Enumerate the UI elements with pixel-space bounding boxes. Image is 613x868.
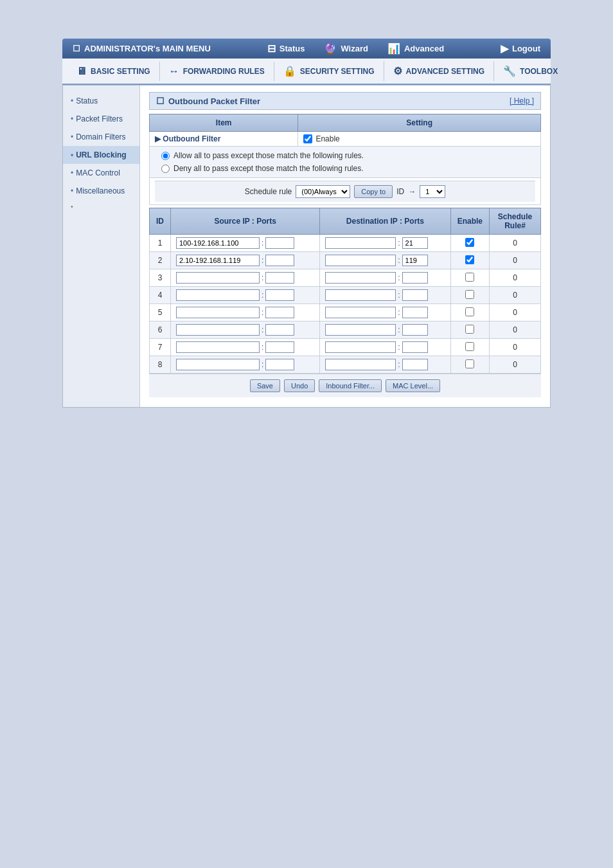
source-port-input[interactable] [265,289,294,301]
row-enable-checkbox[interactable] [465,255,474,264]
help-link[interactable]: [ Help ] [510,96,534,105]
row-enable-checkbox[interactable] [465,325,474,334]
mac-level-button[interactable]: MAC Level... [386,379,440,392]
row-id: 3 [150,269,171,287]
dest-ip-input[interactable] [325,237,396,249]
advanced-setting-icon: ⚙ [393,65,402,77]
wizard-icon: 🔮 [324,42,337,55]
source-ip-input[interactable] [176,324,260,336]
sidebar-item-status[interactable]: Status [63,92,139,110]
row-enable-checkbox[interactable] [465,273,474,282]
dest-ip-ports: : [320,252,450,269]
dest-ip-input[interactable] [325,324,396,336]
inbound-filter-button[interactable]: Inbound Filter... [319,379,382,392]
nav-basic-setting[interactable]: 🖥 BASIC SETTING [67,62,160,81]
dest-ip-input[interactable] [325,255,396,266]
dest-ip-input[interactable] [325,359,396,370]
schedule-rule-cell: 0 [490,321,541,339]
enable-cell [450,287,489,304]
row-enable-checkbox[interactable] [465,238,474,247]
sidebar-item-packet-filters[interactable]: Packet Filters [63,110,139,128]
dest-port-input[interactable] [402,324,428,336]
nav-wizard[interactable]: 🔮 Wizard [324,42,368,55]
schedule-rule-label: Schedule rule [245,187,292,196]
source-ip-ports: : [171,269,320,287]
row-enable-checkbox[interactable] [465,342,474,351]
dest-ip-ports: : [320,339,450,356]
sidebar-item-url-blocking[interactable]: URL Blocking [63,146,139,164]
dest-ip-ports: : [320,356,450,374]
forwarding-rules-icon: ↔ [169,66,179,77]
nav-status[interactable]: ⊟ Status [267,42,305,55]
source-port-input[interactable] [265,324,294,336]
dest-ip-ports: : [320,235,450,252]
dest-ip-input[interactable] [325,341,396,353]
dst-port-sep: : [398,308,400,317]
table-row: 1 : : 0 [150,235,541,252]
copy-to-id-label: ID [396,187,404,196]
nav-toolbox[interactable]: 🔧 TOOLBOX [494,61,567,81]
nav-forwarding-rules[interactable]: ↔ FORWARDING RULES [160,62,274,81]
table-row: 3 : : 0 [150,269,541,287]
source-port-input[interactable] [265,255,294,266]
copy-to-arrow: → [408,187,416,196]
deny-radio[interactable] [161,165,170,173]
undo-button[interactable]: Undo [284,379,315,392]
src-port-sep: : [262,291,263,300]
col-source: Source IP : Ports [171,208,320,235]
copy-to-select[interactable]: 1234 5678 [420,185,445,198]
dest-port-input[interactable] [402,341,428,353]
sidebar-item-domain-filters[interactable]: Domain Filters [63,128,139,146]
save-button[interactable]: Save [250,379,280,392]
source-ip-ports: : [171,304,320,321]
dest-ip-input[interactable] [325,289,396,301]
source-port-input[interactable] [265,237,294,249]
dest-ip-ports: : [320,304,450,321]
enable-checkbox[interactable] [303,134,312,143]
top-nav-bar: ☐ ADMINISTRATOR's MAIN MENU ⊟ Status 🔮 W… [62,39,551,408]
row-id: 4 [150,287,171,304]
sidebar-item-miscellaneous[interactable]: Miscellaneous [63,182,139,200]
source-port-input[interactable] [265,359,294,370]
source-ip-input[interactable] [176,359,260,370]
source-port-input[interactable] [265,272,294,284]
row-enable-checkbox[interactable] [465,359,474,368]
dest-ip-input[interactable] [325,307,396,318]
nav-security-setting[interactable]: 🔒 SECURITY SETTING [274,61,384,81]
copy-to-button[interactable]: Copy to [354,185,393,198]
sidebar-item-mac-control[interactable]: MAC Control [63,164,139,182]
dest-port-input[interactable] [402,255,428,266]
row-enable-checkbox[interactable] [465,307,474,316]
nav-advanced[interactable]: 📊 Advanced [387,42,444,55]
dest-port-input[interactable] [402,237,428,249]
row-id: 1 [150,235,171,252]
source-ip-input[interactable] [176,307,260,318]
dest-port-input[interactable] [402,307,428,318]
nav-advanced-setting[interactable]: ⚙ ADVANCED SETTING [384,61,494,81]
source-port-input[interactable] [265,341,294,353]
schedule-select[interactable]: (00)Always [296,185,350,198]
radio-options-cell: Allow all to pass except those match the… [150,147,541,178]
outbound-filter-label: ▶ Outbound Filter [150,132,298,147]
dest-ip-ports: : [320,269,450,287]
source-ip-input[interactable] [176,289,260,301]
nav-logout[interactable]: ▶ Logout [501,42,540,55]
allow-radio[interactable] [161,152,170,160]
dest-port-input[interactable] [402,272,428,284]
source-port-input[interactable] [265,307,294,318]
source-ip-input[interactable] [176,237,260,249]
table-row: 6 : : 0 [150,321,541,339]
schedule-rule-cell: 0 [490,287,541,304]
row-enable-checkbox[interactable] [465,290,474,299]
top-nav: ☐ ADMINISTRATOR's MAIN MENU ⊟ Status 🔮 W… [62,39,551,59]
dest-port-input[interactable] [402,359,428,370]
src-port-sep: : [262,308,263,317]
source-ip-input[interactable] [176,255,260,266]
schedule-cell: Schedule rule (00)Always Copy to ID → 12… [150,178,541,205]
dest-ip-input[interactable] [325,272,396,284]
dest-port-input[interactable] [402,289,428,301]
source-ip-input[interactable] [176,341,260,353]
source-ip-input[interactable] [176,272,260,284]
radio-options-row: Allow all to pass except those match the… [150,147,541,178]
col-schedule: Schedule Rule# [490,208,541,235]
